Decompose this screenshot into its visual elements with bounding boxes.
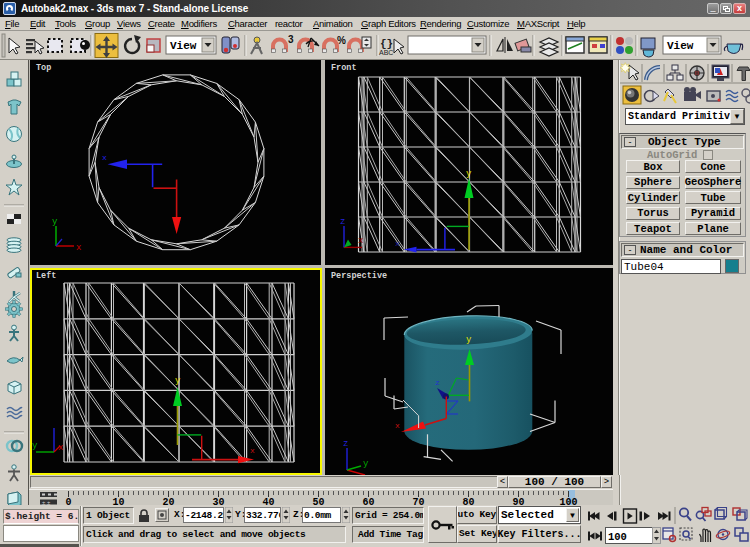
svg-text:z: z bbox=[340, 217, 345, 227]
svg-text:ABC: ABC bbox=[379, 49, 393, 56]
svg-text:± ±: ± ± bbox=[42, 500, 51, 506]
svg-text:x: x bbox=[250, 446, 255, 455]
svg-text:y: y bbox=[466, 335, 472, 345]
svg-text:View: View bbox=[667, 40, 694, 52]
svg-text:x: x bbox=[76, 243, 81, 253]
svg-text:x: x bbox=[102, 153, 107, 162]
svg-text:100: 100 bbox=[608, 531, 627, 543]
svg-text:y: y bbox=[363, 459, 369, 469]
svg-text:y: y bbox=[466, 169, 472, 179]
svg-text:%: % bbox=[337, 35, 346, 46]
svg-text:y: y bbox=[52, 217, 58, 227]
svg-text:y: y bbox=[32, 441, 38, 451]
svg-text:3: 3 bbox=[288, 34, 294, 45]
svg-text:x: x bbox=[58, 443, 63, 453]
svg-text:x: x bbox=[395, 239, 400, 248]
svg-text:View: View bbox=[170, 40, 197, 52]
svg-text:x: x bbox=[358, 236, 363, 246]
svg-text:z: z bbox=[343, 439, 348, 449]
svg-text:x: x bbox=[395, 421, 400, 430]
svg-text:y: y bbox=[175, 376, 181, 386]
svg-text:z: z bbox=[435, 378, 440, 387]
